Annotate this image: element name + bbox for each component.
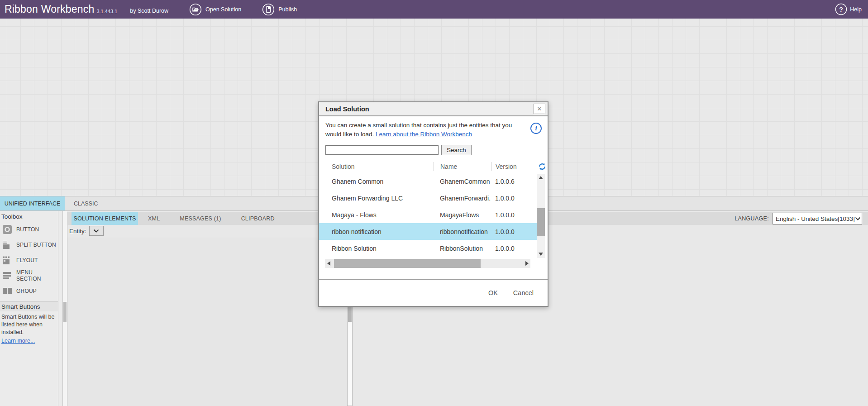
app-version: 3.1.443.1 (96, 9, 117, 14)
info-icon: i (530, 123, 542, 134)
app-byline: by Scott Durow (130, 8, 168, 14)
solution-row[interactable]: Ribbon Solution RibbonSolution 1.0.0.0 (319, 240, 537, 257)
column-header-solution[interactable]: Solution (319, 163, 434, 170)
top-bar: Ribbon Workbench 3.1.443.1 by Scott Duro… (0, 0, 868, 19)
language-value: English - United States[1033] (776, 215, 855, 222)
entity-row: Entity: (67, 225, 347, 237)
app-title: Ribbon Workbench (5, 3, 94, 15)
open-solution-button[interactable]: Open Solution (189, 3, 241, 16)
tool-split-button[interactable]: SPLIT BUTTON (0, 237, 58, 253)
scroll-up-icon[interactable] (537, 174, 545, 182)
language-label: LANGUAGE: (734, 215, 769, 222)
tab-solution-elements[interactable]: SOLUTION ELEMENTS (72, 212, 138, 225)
dialog-title-bar: Load Solution ✕ (319, 102, 548, 116)
tab-unified-interface[interactable]: UNIFIED INTERFACE (0, 196, 65, 210)
tool-menu-section[interactable]: MENU SECTION (0, 268, 58, 283)
learn-about-link[interactable]: Learn about the Ribbon Workbench (376, 131, 472, 138)
search-button[interactable]: Search (441, 145, 472, 155)
cancel-button[interactable]: Cancel (513, 289, 534, 296)
tab-clipboard[interactable]: CLIPBOARD (231, 212, 285, 225)
tool-button[interactable]: BUTTON (0, 222, 58, 237)
solution-grid-header: Solution Name Version (319, 160, 537, 173)
tab-classic[interactable]: CLASSIC (65, 196, 107, 210)
toolbox-title: Toolbox (0, 211, 67, 222)
language-control: LANGUAGE: English - United States[1033] (734, 212, 862, 225)
tool-flyout[interactable]: FLYOUT (0, 253, 58, 268)
language-dropdown[interactable]: English - United States[1033] (773, 213, 862, 224)
publish-icon (262, 3, 275, 16)
search-input[interactable] (325, 145, 439, 155)
close-icon[interactable]: ✕ (534, 104, 545, 114)
dialog-intro: You can create a small solution that con… (319, 116, 548, 139)
svg-text:?: ? (839, 6, 844, 13)
scroll-right-icon[interactable] (523, 259, 530, 268)
solution-row[interactable]: Ghanem Forwarding LLC GhanemForwardi... … (319, 190, 537, 206)
load-solution-dialog: Load Solution ✕ You can create a small s… (318, 101, 548, 307)
tab-messages[interactable]: MESSAGES (1) (170, 212, 231, 225)
solution-list: Ghanem Common GhanemCommon 1.0.0.6 Ghane… (319, 173, 537, 257)
column-header-version[interactable]: Version (491, 162, 537, 171)
solution-row[interactable]: Ghanem Common GhanemCommon 1.0.0.6 (319, 173, 537, 190)
toolbox-scrollbar-thumb[interactable] (63, 302, 67, 322)
tool-group[interactable]: GROUP (0, 283, 58, 299)
toolbox-scrollbar[interactable] (62, 211, 67, 406)
refresh-icon[interactable] (538, 162, 546, 171)
column-header-name[interactable]: Name (434, 162, 491, 171)
menu-section-icon (2, 271, 12, 281)
chevron-down-icon (93, 229, 99, 233)
smart-buttons-text: Smart Buttons will be listed here when i… (0, 311, 58, 336)
chevron-down-icon (855, 217, 861, 221)
smart-buttons-title: Smart Buttons (0, 302, 58, 311)
publish-label: Publish (278, 6, 297, 13)
list-vertical-scrollbar[interactable] (537, 174, 545, 258)
button-icon (2, 224, 12, 234)
horizontal-scrollbar-thumb[interactable] (334, 259, 481, 268)
flyout-icon (2, 255, 12, 265)
open-solution-label: Open Solution (205, 6, 241, 13)
tab-xml[interactable]: XML (138, 212, 170, 225)
dialog-search-row: Search (325, 145, 548, 155)
split-button-icon (2, 240, 12, 250)
open-solution-icon (189, 3, 202, 16)
solution-row-selected[interactable]: ribbon notification ribbonnotification 1… (319, 223, 537, 240)
group-icon (2, 286, 12, 296)
smart-buttons-learn-more-link[interactable]: Learn more... (0, 337, 35, 344)
scroll-left-icon[interactable] (325, 259, 332, 268)
toolbox-panel: Toolbox BUTTON SPLIT BUTTON (0, 211, 67, 406)
entity-dropdown[interactable] (89, 226, 104, 236)
help-label: Help (850, 6, 862, 13)
solution-elements-panel: Entity: (67, 225, 347, 406)
ok-button[interactable]: OK (488, 289, 498, 296)
help-button[interactable]: ? Help (835, 0, 862, 19)
ribbon-workbench-app: { "topbar": { "title": "Ribbon Workbench… (0, 0, 868, 406)
vertical-scrollbar-thumb[interactable] (537, 208, 545, 236)
toolbox-right-border (58, 211, 58, 406)
scroll-down-icon[interactable] (537, 250, 545, 258)
solution-row[interactable]: Magaya - Flows MagayaFlows 1.0.0.0 (319, 206, 537, 223)
list-horizontal-scrollbar[interactable] (325, 259, 530, 268)
entity-label: Entity: (69, 228, 86, 234)
dialog-title: Load Solution (325, 105, 369, 113)
help-icon: ? (835, 3, 847, 15)
publish-button[interactable]: Publish (262, 3, 297, 16)
dialog-footer: OK Cancel (319, 280, 548, 306)
